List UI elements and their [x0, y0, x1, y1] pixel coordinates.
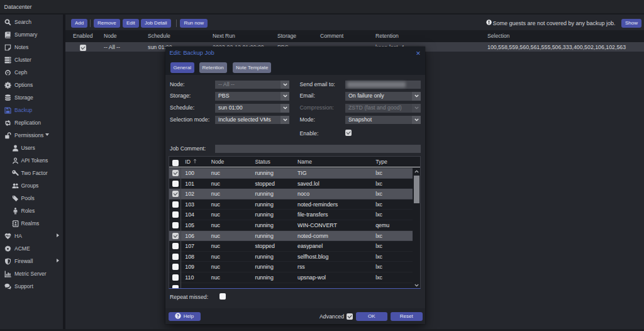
close-icon[interactable]: ✕	[416, 50, 421, 57]
dropdown-trigger[interactable]	[412, 92, 421, 101]
help-button[interactable]: Help	[169, 312, 201, 321]
tab-retention[interactable]: Retention	[199, 62, 227, 73]
dropdown-trigger[interactable]	[280, 104, 289, 113]
job-detail-button[interactable]: Job Detail	[141, 19, 171, 28]
vm-row-checkbox[interactable]	[172, 201, 179, 208]
column-header-storage[interactable]: Storage	[277, 30, 296, 42]
tab-note-template[interactable]: Note Template	[233, 62, 271, 73]
reset-button[interactable]: Reset	[391, 312, 423, 321]
sidebar-item-users[interactable]: Users	[0, 142, 63, 154]
vm-column-header-status[interactable]: Status	[255, 159, 270, 165]
sidebar-item-search[interactable]: Search	[0, 16, 63, 28]
caret-down-icon[interactable]	[45, 133, 49, 136]
job-comment-input[interactable]	[215, 145, 421, 154]
add-button[interactable]: Add	[71, 19, 87, 28]
dropdown-trigger[interactable]	[280, 116, 289, 125]
dropdown-trigger[interactable]	[412, 116, 421, 125]
vm-column-header-type[interactable]: Type	[375, 159, 387, 165]
node-combo[interactable]: -- All --	[215, 81, 289, 89]
sidebar-item-notes[interactable]: Notes	[0, 41, 63, 53]
send-email-input[interactable]	[345, 81, 421, 89]
vm-row-106[interactable]: 106nucrunningnoted-commlxc	[169, 231, 413, 242]
dropdown-trigger[interactable]	[412, 104, 421, 113]
vm-row-checkbox[interactable]	[172, 243, 179, 249]
vm-row-104[interactable]: 104nucrunningfile-transferslxc	[169, 210, 413, 220]
vm-grid-scrollbar[interactable]	[413, 168, 420, 289]
scroll-up-icon[interactable]	[414, 170, 419, 173]
vm-row-checkbox[interactable]	[172, 285, 179, 289]
column-header-retention[interactable]: Retention	[375, 30, 399, 42]
vm-row-checkbox[interactable]	[172, 274, 179, 281]
vm-row-105[interactable]: 105nucrunningWIN-CONVERTqemu	[169, 220, 413, 231]
show-button[interactable]: Show	[621, 19, 641, 28]
vm-row[interactable]	[169, 283, 413, 289]
vm-row-checkbox[interactable]	[172, 181, 179, 187]
sidebar-item-options[interactable]: Options	[0, 79, 63, 91]
vm-row-101[interactable]: 101nucstoppedsaved.lollxc	[169, 179, 413, 189]
vm-row-checkbox[interactable]	[172, 222, 179, 228]
sidebar-item-ha[interactable]: HA	[0, 230, 63, 242]
storage-combo[interactable]: PBS	[215, 92, 289, 101]
dropdown-trigger[interactable]	[280, 92, 289, 101]
sidebar-item-storage[interactable]: Storage	[0, 91, 63, 104]
mode-combo[interactable]: Snapshot	[345, 116, 421, 125]
column-header-comment[interactable]: Comment	[320, 30, 343, 42]
compression-combo[interactable]: ZSTD (fast and good)	[345, 104, 421, 113]
sidebar-item-backup[interactable]: Backup	[0, 104, 63, 116]
scroll-down-icon[interactable]	[414, 284, 419, 287]
column-header-node[interactable]: Node	[104, 30, 117, 42]
vm-row-107[interactable]: 107nucstoppedeasypanellxc	[169, 241, 413, 252]
vm-row-checkbox[interactable]	[172, 254, 179, 260]
sidebar-item-roles[interactable]: Roles	[0, 205, 63, 217]
column-header-schedule[interactable]: Schedule	[148, 30, 170, 42]
sidebar-item-summary[interactable]: Summary	[0, 28, 63, 41]
remove-button[interactable]: Remove	[94, 19, 120, 28]
sidebar-item-metric-server[interactable]: Metric Server	[0, 267, 63, 280]
vm-row-102[interactable]: 102nucrunningnocolxc	[169, 189, 413, 199]
vm-column-header-id[interactable]: ID	[185, 159, 191, 165]
vm-row-checkbox[interactable]	[172, 211, 179, 218]
vm-column-header-name[interactable]: Name	[297, 159, 312, 165]
sidebar-item-ceph[interactable]: Ceph	[0, 66, 63, 79]
sidebar-item-two-factor[interactable]: Two Factor	[0, 167, 63, 179]
vm-row-110[interactable]: 110nucrunningupsnap-wollxc	[169, 272, 413, 283]
advanced-checkbox[interactable]	[347, 313, 353, 320]
sidebar-item-cluster[interactable]: Cluster	[0, 53, 63, 66]
sidebar-item-support[interactable]: Support	[0, 280, 63, 293]
vm-row-103[interactable]: 103nucrunningnoted-reminderslxc	[169, 199, 413, 210]
dialog-header[interactable]: Edit: Backup Job ✕ General Retention Not…	[165, 47, 425, 75]
ok-button[interactable]: OK	[356, 312, 388, 321]
tab-general[interactable]: General	[170, 62, 194, 73]
column-header-selection[interactable]: Selection	[487, 30, 509, 42]
column-header-enabled[interactable]: Enabled	[73, 30, 93, 42]
schedule-combo[interactable]: sun 01:00	[215, 104, 289, 113]
column-header-next-run[interactable]: Next Run	[213, 30, 235, 42]
sidebar-item-groups[interactable]: Groups	[0, 179, 63, 192]
caret-right-icon[interactable]	[57, 259, 59, 262]
edit-button[interactable]: Edit	[123, 19, 139, 28]
dropdown-trigger[interactable]	[280, 81, 289, 89]
caret-right-icon[interactable]	[57, 233, 59, 237]
repeat-missed-checkbox[interactable]	[219, 293, 226, 300]
selection-mode-combo[interactable]: Include selected VMs	[215, 116, 289, 125]
vm-row-109[interactable]: 109nucrunningrsslxc	[169, 262, 413, 272]
vm-column-header-node[interactable]: Node	[211, 159, 225, 165]
vm-row-checkbox[interactable]	[172, 264, 179, 270]
vm-grid-header[interactable]: IDNodeStatusNameType	[169, 157, 420, 167]
run-now-button[interactable]: Run now	[180, 19, 208, 28]
enable-checkbox[interactable]	[345, 130, 352, 136]
vm-row-checkbox[interactable]	[172, 191, 179, 197]
email-when-combo[interactable]: On failure only	[345, 92, 421, 101]
sidebar-item-firewall[interactable]: Firewall	[0, 255, 63, 267]
sidebar-item-realms[interactable]: Realms	[0, 217, 63, 230]
select-all-checkbox[interactable]	[172, 160, 179, 166]
sidebar-item-permissions[interactable]: Permissions	[0, 129, 63, 142]
sidebar-item-pools[interactable]: Pools	[0, 192, 63, 205]
sidebar-item-replication[interactable]: Replication	[0, 116, 63, 129]
job-enabled-checkbox[interactable]	[80, 45, 86, 51]
vm-row-checkbox[interactable]	[172, 233, 179, 239]
sidebar-item-api-tokens[interactable]: API Tokens	[0, 154, 63, 167]
vm-row-checkbox[interactable]	[172, 170, 179, 176]
vm-row-100[interactable]: 100nucrunningTIGlxc	[169, 168, 413, 179]
vm-row-108[interactable]: 108nucrunningselfhost.bloglxc	[169, 252, 413, 262]
